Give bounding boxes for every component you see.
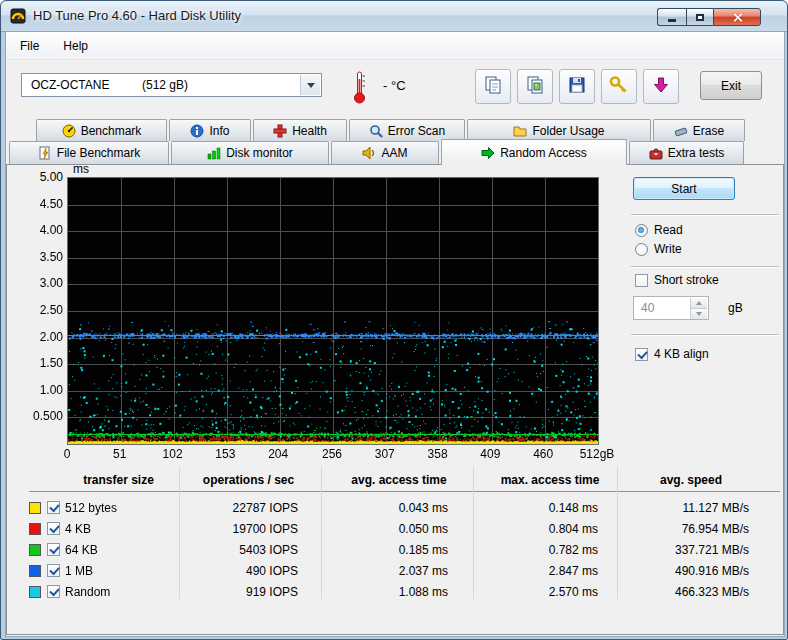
minimize-icon [668, 19, 676, 22]
cell-avg: 2.037 ms [331, 564, 448, 578]
maximize-button[interactable] [686, 8, 713, 26]
y-tick-label: 1.00 [17, 383, 63, 397]
spinner-up-button[interactable] [690, 298, 707, 309]
x-tick-label: 409 [460, 447, 520, 461]
key-icon [609, 75, 629, 98]
cell-speed: 337.721 MB/s [621, 543, 749, 557]
tab-folder-usage[interactable]: Folder Usage [467, 119, 651, 141]
titlebar[interactable]: HD Tune Pro 4.60 - Hard Disk Utility [1, 1, 787, 32]
spinner-down-button[interactable] [690, 309, 707, 319]
write-label: Write [654, 242, 682, 256]
menu-file[interactable]: File [10, 35, 49, 57]
minimize-button[interactable] [657, 8, 686, 26]
cell-max: 0.148 ms [481, 501, 598, 515]
tab-health[interactable]: Health [253, 119, 347, 141]
transfer-size-label: 1 MB [65, 564, 93, 578]
tab-label: Disk monitor [226, 146, 293, 160]
short-stroke-checkbox[interactable] [635, 274, 648, 287]
cell-ops: 490 IOPS [186, 564, 298, 578]
write-option[interactable]: Write [635, 242, 682, 256]
column-header-avg-speed: avg. speed [626, 473, 756, 487]
tab-benchmark[interactable]: Benchmark [36, 119, 167, 141]
row-checkbox[interactable] [47, 585, 60, 598]
row-checkbox[interactable] [47, 564, 60, 577]
table-row-random: Random919 IOPS1.088 ms2.570 ms466.323 MB… [1, 582, 779, 602]
x-tick-label: 51 [90, 447, 150, 461]
save-button[interactable] [559, 69, 595, 104]
short-stroke-size-input[interactable]: 40 [633, 296, 709, 320]
window-title: HD Tune Pro 4.60 - Hard Disk Utility [33, 8, 241, 23]
align-checkbox[interactable] [635, 348, 648, 361]
row-checkbox[interactable] [47, 501, 60, 514]
copy-text-button[interactable] [475, 69, 511, 104]
transfer-size-label: Random [65, 585, 110, 599]
tab-file-benchmark[interactable]: File Benchmark [9, 141, 169, 164]
cell-max: 2.570 ms [481, 585, 598, 599]
folder-usage-icon [513, 124, 527, 138]
tab-label: AAM [381, 146, 407, 160]
column-header-transfer-size: transfer size [41, 473, 196, 487]
copy-image-button[interactable] [517, 69, 553, 104]
drive-selector[interactable]: OCZ-OCTANE (512 gB) [21, 73, 322, 97]
tab-label: Info [209, 124, 229, 138]
row-checkbox[interactable] [47, 543, 60, 556]
access-key-button[interactable] [601, 69, 637, 104]
cell-speed: 490.916 MB/s [621, 564, 749, 578]
random-access-icon [481, 146, 495, 160]
cell-avg: 0.185 ms [331, 543, 448, 557]
health-icon [273, 124, 287, 138]
cell-speed: 466.323 MB/s [621, 585, 749, 599]
drive-capacity: (512 gB) [142, 78, 188, 92]
toolbar-buttons [475, 69, 679, 104]
align-option[interactable]: 4 KB align [635, 347, 709, 361]
write-radio[interactable] [635, 243, 648, 256]
row-checkbox[interactable] [47, 522, 60, 535]
thermometer-icon [352, 70, 367, 104]
series-color-swatch [29, 586, 41, 598]
table-row-512-bytes: 512 bytes22787 IOPS0.043 ms0.148 ms11.12… [1, 498, 779, 518]
start-button[interactable]: Start [633, 177, 735, 200]
chevron-down-icon[interactable] [300, 75, 320, 95]
tab-label: Health [292, 124, 327, 138]
table-row-4-kb: 4 KB19700 IOPS0.050 ms0.804 ms76.954 MB/… [1, 519, 779, 539]
tab-extra-tests[interactable]: Extra tests [629, 141, 744, 164]
cell-ops: 919 IOPS [186, 585, 298, 599]
tab-aam[interactable]: AAM [331, 141, 439, 164]
maximize-icon [696, 14, 704, 21]
save-icon [567, 75, 587, 98]
separator [631, 334, 779, 336]
extra-tests-icon [649, 146, 663, 160]
separator [631, 266, 779, 268]
cell-max: 0.804 ms [481, 522, 598, 536]
y-tick-label: 1.50 [17, 356, 63, 370]
temperature-value: - °C [383, 78, 406, 93]
download-button[interactable] [643, 69, 679, 104]
read-option[interactable]: Read [635, 223, 683, 237]
tab-disk-monitor[interactable]: Disk monitor [171, 141, 329, 164]
benchmark-icon [62, 124, 76, 138]
close-icon [732, 12, 743, 23]
read-radio[interactable] [635, 224, 648, 237]
tab-error-scan[interactable]: Error Scan [349, 119, 465, 141]
short-stroke-option[interactable]: Short stroke [635, 273, 719, 287]
x-tick-label: 204 [248, 447, 308, 461]
series-color-swatch [29, 523, 41, 535]
window-controls [657, 8, 761, 26]
tab-random-access[interactable]: Random Access [441, 139, 627, 165]
tab-erase[interactable]: Erase [653, 119, 745, 141]
align-label: 4 KB align [654, 347, 709, 361]
cell-speed: 76.954 MB/s [621, 522, 749, 536]
info-icon [190, 124, 204, 138]
y-tick-label: 4.00 [17, 223, 63, 237]
disk-monitor-icon [207, 146, 221, 160]
y-tick-label: 5.00 [17, 170, 63, 184]
exit-button[interactable]: Exit [700, 71, 762, 100]
y-axis-unit: ms [73, 162, 89, 176]
cell-speed: 11.127 MB/s [621, 501, 749, 515]
tab-info[interactable]: Info [169, 119, 251, 141]
tab-label: Folder Usage [532, 124, 604, 138]
close-button[interactable] [713, 8, 761, 26]
copy-text-icon [483, 75, 503, 98]
tab-label: Extra tests [668, 146, 725, 160]
menu-help[interactable]: Help [53, 35, 98, 57]
